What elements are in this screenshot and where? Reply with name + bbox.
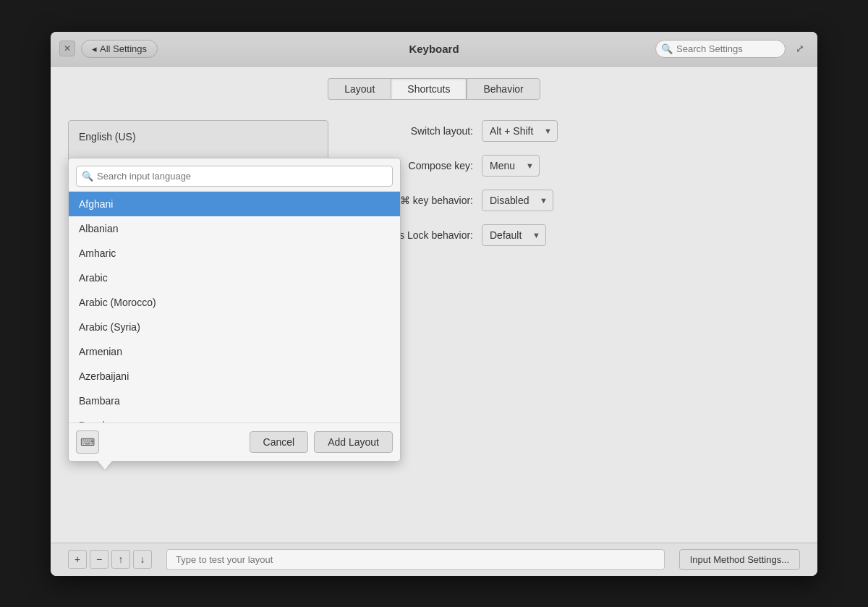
add-layout-button[interactable]: Add Layout bbox=[314, 431, 393, 453]
right-panel: Switch layout: Alt + Shift ▼ Compose key… bbox=[357, 120, 800, 531]
add-layout-ctrl-button[interactable]: + bbox=[68, 550, 87, 569]
language-list: Afghani Albanian Amharic Arabic Arabic (… bbox=[69, 191, 400, 423]
move-up-button[interactable]: ↑ bbox=[111, 550, 130, 569]
list-item[interactable]: Bambara bbox=[69, 389, 400, 413]
compose-key-select[interactable]: Menu bbox=[482, 155, 540, 177]
back-label: All Settings bbox=[100, 43, 147, 54]
main-content: English (US) 🔍 Afghani Albanian Amharic … bbox=[51, 109, 817, 543]
titlebar: ✕ ◂ All Settings Keyboard 🔍 ⤢ bbox=[51, 32, 817, 67]
cancel-button[interactable]: Cancel bbox=[250, 431, 309, 453]
language-search-input[interactable] bbox=[76, 166, 393, 187]
preview-icon: ⌨ bbox=[80, 436, 95, 448]
language-dropdown: 🔍 Afghani Albanian Amharic Arabic Arabic… bbox=[68, 158, 401, 462]
tab-bar: Layout Shortcuts Behavior bbox=[51, 67, 817, 109]
tab-layout[interactable]: Layout bbox=[328, 78, 391, 100]
back-icon: ◂ bbox=[92, 43, 97, 54]
list-item[interactable]: Bangla bbox=[69, 413, 400, 423]
switch-layout-label: Switch layout: bbox=[357, 125, 473, 137]
key-behavior-select[interactable]: Disabled bbox=[482, 190, 553, 211]
search-icon: 🔍 bbox=[661, 43, 673, 54]
dropdown-search-area: 🔍 bbox=[69, 158, 400, 191]
key-behavior-select-wrapper: Disabled ▼ bbox=[482, 190, 553, 211]
dropdown-search-icon: 🔍 bbox=[82, 171, 93, 182]
input-method-settings-button[interactable]: Input Method Settings... bbox=[679, 549, 800, 570]
switch-layout-select-wrapper: Alt + Shift ▼ bbox=[482, 120, 558, 142]
caps-lock-select[interactable]: Default bbox=[482, 224, 546, 246]
layout-list: English (US) bbox=[68, 120, 328, 164]
list-item[interactable]: Albanian bbox=[69, 216, 400, 241]
expand-button[interactable]: ⤢ bbox=[791, 40, 809, 57]
list-item[interactable]: Arabic (Morocco) bbox=[69, 290, 400, 315]
back-button[interactable]: ◂ All Settings bbox=[81, 40, 158, 58]
move-down-button[interactable]: ↓ bbox=[133, 550, 152, 569]
search-input[interactable] bbox=[655, 40, 786, 58]
compose-key-row: Compose key: Menu ▼ bbox=[357, 155, 800, 177]
tab-shortcuts[interactable]: Shortcuts bbox=[391, 78, 467, 100]
switch-layout-row: Switch layout: Alt + Shift ▼ bbox=[357, 120, 800, 142]
bottom-bar: + − ↑ ↓ Input Method Settings... bbox=[51, 543, 817, 576]
switch-layout-select[interactable]: Alt + Shift bbox=[482, 120, 558, 142]
window-title: Keyboard bbox=[409, 43, 459, 55]
list-item[interactable]: Afghani bbox=[69, 192, 400, 216]
list-item[interactable]: Armenian bbox=[69, 339, 400, 364]
caps-lock-row: Caps Lock behavior: Default ▼ bbox=[357, 224, 800, 246]
list-item[interactable]: Azerbaijani bbox=[69, 364, 400, 389]
list-item[interactable]: Arabic bbox=[69, 266, 400, 290]
keyboard-window: ✕ ◂ All Settings Keyboard 🔍 ⤢ Layout Sho… bbox=[51, 32, 817, 576]
list-item[interactable]: Arabic (Syria) bbox=[69, 315, 400, 339]
compose-key-select-wrapper: Menu ▼ bbox=[482, 155, 540, 177]
popup-arrow bbox=[98, 461, 112, 470]
left-panel: English (US) 🔍 Afghani Albanian Amharic … bbox=[68, 120, 328, 531]
caps-lock-select-wrapper: Default ▼ bbox=[482, 224, 546, 246]
list-item[interactable]: English (US) bbox=[69, 124, 328, 150]
test-layout-input[interactable] bbox=[166, 549, 665, 570]
tab-behavior[interactable]: Behavior bbox=[467, 78, 540, 100]
close-button[interactable]: ✕ bbox=[59, 41, 75, 56]
remove-layout-button[interactable]: − bbox=[90, 550, 109, 569]
key-behavior-row: ⌘ key behavior: Disabled ▼ bbox=[357, 190, 800, 211]
dropdown-footer: ⌨ Cancel Add Layout bbox=[69, 423, 400, 461]
layout-controls: + − ↑ ↓ bbox=[68, 550, 152, 569]
list-item[interactable]: Amharic bbox=[69, 241, 400, 266]
preview-icon-button[interactable]: ⌨ bbox=[76, 430, 99, 454]
search-wrapper: 🔍 bbox=[655, 40, 786, 58]
